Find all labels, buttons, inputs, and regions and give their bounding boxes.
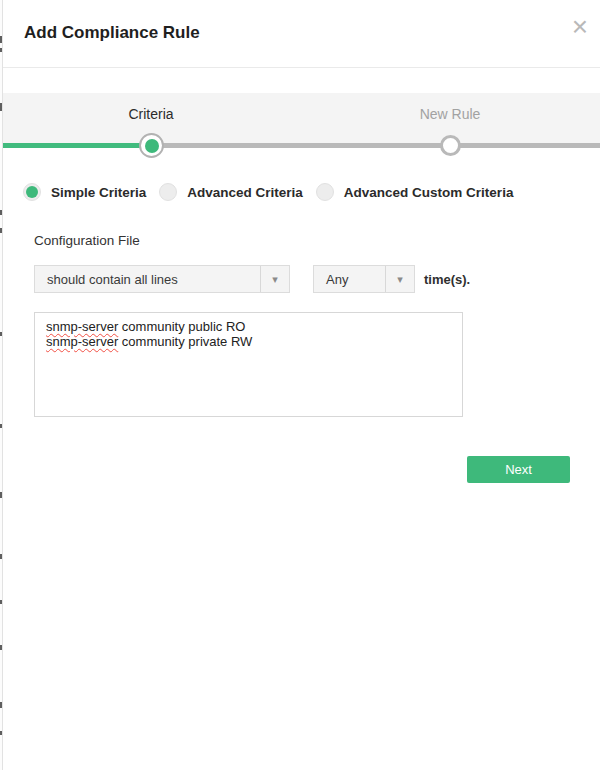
close-icon[interactable]: ×: [572, 13, 588, 41]
radio-unselected-icon: [316, 183, 334, 201]
occurrence-select-value: Any: [314, 266, 385, 292]
background-page-fragment: [0, 103, 2, 111]
background-page-fragment: [0, 645, 2, 650]
criteria-type-radio-group: Simple Criteria Advanced Criteria Advanc…: [23, 183, 570, 201]
dialog-title: Add Compliance Rule: [24, 23, 200, 43]
add-compliance-rule-dialog: Add Compliance Rule × Criteria New Rule …: [3, 0, 600, 770]
background-page-fragment: [0, 36, 2, 43]
background-page-fragment: [0, 702, 2, 708]
radio-advanced-criteria[interactable]: Advanced Criteria: [159, 183, 303, 201]
configuration-file-label: Configuration File: [34, 233, 570, 248]
radio-label-advanced-custom-criteria: Advanced Custom Criteria: [344, 185, 514, 200]
occurrence-select[interactable]: Any ▾: [313, 265, 415, 293]
step-dot-inner-green: [145, 139, 159, 153]
step-dot-criteria-active: [139, 133, 164, 158]
background-page-fragment: [0, 492, 2, 498]
background-page-fragment: [0, 48, 2, 52]
dialog-content: Simple Criteria Advanced Criteria Advanc…: [3, 183, 600, 483]
background-page-fragment: [0, 228, 2, 233]
background-page-fragment: [0, 210, 2, 215]
config-line-rest: community public RO: [118, 319, 245, 334]
wizard-stepper: Criteria New Rule: [3, 93, 600, 148]
radio-advanced-custom-criteria[interactable]: Advanced Custom Criteria: [316, 183, 514, 201]
dialog-header: Add Compliance Rule ×: [3, 0, 600, 68]
background-page-fragment: [0, 332, 2, 336]
radio-label-advanced-criteria: Advanced Criteria: [187, 185, 303, 200]
chevron-down-icon: ▾: [260, 266, 289, 292]
stepper-track-progress: [3, 143, 151, 148]
config-line: snmp-server community private RW: [46, 334, 451, 349]
condition-select-value: should contain all lines: [35, 266, 260, 292]
condition-row: should contain all lines ▾ Any ▾ time(s)…: [34, 265, 570, 293]
background-page-fragment: [0, 424, 2, 428]
times-suffix-label: time(s).: [424, 272, 470, 287]
condition-select[interactable]: should contain all lines ▾: [34, 265, 290, 293]
radio-simple-criteria[interactable]: Simple Criteria: [23, 183, 146, 201]
step-label-criteria: Criteria: [128, 106, 173, 122]
radio-unselected-icon: [159, 183, 177, 201]
step-dot-new-rule-pending: [440, 135, 461, 156]
next-button[interactable]: Next: [467, 456, 570, 483]
chevron-down-icon: ▾: [385, 266, 414, 292]
config-line-rest: community private RW: [118, 334, 252, 349]
background-page-fragment: [0, 731, 2, 735]
config-line-keyword: snmp-server: [46, 334, 118, 349]
config-line: snmp-server community public RO: [46, 319, 451, 334]
config-lines-textarea[interactable]: snmp-server community public RO snmp-ser…: [34, 312, 463, 417]
background-page-edge: [0, 0, 3, 770]
action-row: Next: [34, 456, 570, 483]
radio-label-simple-criteria: Simple Criteria: [51, 185, 146, 200]
background-page-fragment: [0, 600, 2, 604]
radio-dot: [26, 186, 38, 198]
config-line-keyword: snmp-server: [46, 319, 118, 334]
step-label-new-rule: New Rule: [420, 106, 481, 122]
background-page-fragment: [0, 554, 2, 559]
radio-selected-icon: [23, 183, 41, 201]
